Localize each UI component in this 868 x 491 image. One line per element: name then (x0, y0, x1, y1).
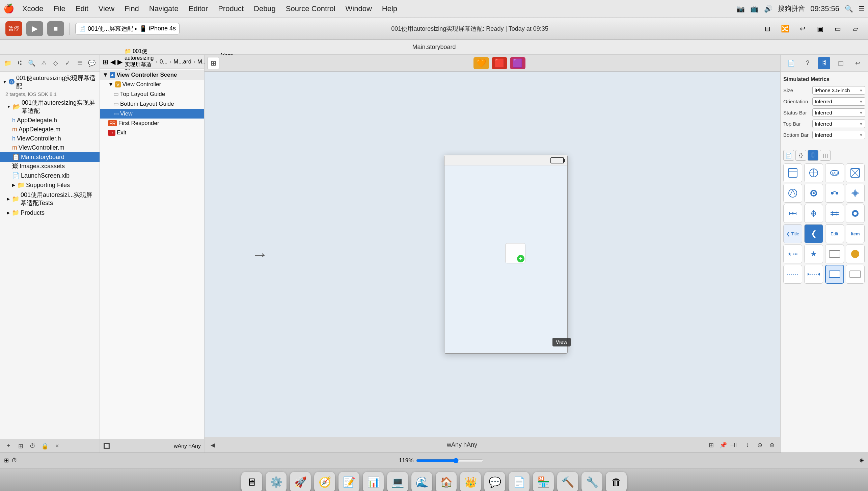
apple-menu[interactable]: 🍎 (3, 3, 14, 14)
menu-window[interactable]: Window (341, 3, 377, 15)
scene-vc-item[interactable]: ▼ V View Controller (100, 80, 204, 89)
editor-layout-button[interactable]: ⊟ (760, 23, 775, 35)
dock-appstore[interactable]: 🏪 (533, 472, 554, 491)
scene-nav-back[interactable]: ◀ (110, 58, 115, 66)
canvas-icon-1[interactable]: 🧡 (473, 57, 489, 69)
status-icon-1[interactable]: ⊞ (4, 457, 9, 464)
nav-item-viewcontrollerm[interactable]: m ViewController.m (0, 143, 100, 152)
nav-item-products[interactable]: ▶ 📁 Products (0, 208, 100, 217)
dock-filezilla[interactable]: 🏠 (436, 472, 457, 491)
search-icon[interactable]: 🔍 (845, 5, 853, 13)
dock-systemprefs[interactable]: ⚙️ (266, 472, 287, 491)
inspector-toggle[interactable]: ▱ (848, 23, 863, 35)
storyboard-canvas[interactable]: → + View (205, 72, 780, 437)
nav-debug-icon[interactable]: ☰ (75, 58, 85, 68)
obj-tab-1[interactable]: 📄 (783, 150, 794, 161)
dock-notes[interactable]: 📝 (338, 472, 359, 491)
back-forward-button[interactable]: ↩ (795, 23, 810, 35)
orientation-select[interactable]: Inferred ▼ (812, 97, 865, 106)
topbar-select[interactable]: Inferred ▼ (812, 120, 865, 128)
size-select[interactable]: iPhone 3.5-inch ▼ (812, 86, 865, 95)
dock-finder[interactable]: 🖥 (241, 472, 262, 491)
menu-debug[interactable]: Debug (249, 3, 280, 15)
nav-warning-icon[interactable]: ⚠ (39, 58, 49, 68)
run-button[interactable]: ▶ (26, 21, 43, 36)
menu-file[interactable]: File (49, 3, 70, 15)
menu-product[interactable]: Product (213, 3, 248, 15)
dock-launchpad[interactable]: 🚀 (290, 472, 311, 491)
version-editor-button[interactable]: 🔀 (778, 23, 792, 35)
palette-item-3[interactable]: TAB (825, 163, 844, 182)
palette-item-6[interactable] (804, 184, 823, 203)
nav-diamond-icon[interactable]: ◇ (51, 58, 61, 68)
canvas-icon-2[interactable]: 🟥 (492, 57, 507, 69)
menu-view[interactable]: View (94, 3, 119, 15)
nav-item-appdelegateh[interactable]: h AppDelegate.h (0, 116, 100, 125)
nav-item-tests[interactable]: ▶ 📁 001使用autoresizi...实现屏幕适配Tests (0, 190, 100, 208)
bottombar-select[interactable]: Inferred ▼ (812, 131, 865, 139)
nav-item-supporting[interactable]: ▶ 📁 Supporting Files (0, 180, 100, 190)
nav-add-button[interactable]: + (3, 441, 13, 451)
canvas-zoom-out[interactable]: ⊖ (755, 440, 765, 450)
dock-xcode[interactable]: 🔨 (557, 472, 578, 491)
obj-tab-3[interactable]: 🎛 (808, 150, 818, 161)
status-icon-3[interactable]: □ (20, 457, 23, 464)
canvas-zoom-in[interactable]: ⊕ (767, 440, 777, 450)
palette-item-2[interactable] (804, 163, 823, 182)
nav-breakpoint-icon[interactable]: 💬 (87, 58, 97, 68)
scene-breadcrumb-m[interactable]: M...ard (173, 58, 191, 65)
palette-item-yellow-circle[interactable] (846, 244, 865, 263)
menu-source-control[interactable]: Source Control (281, 3, 340, 15)
stop-button[interactable]: 暂停 (5, 21, 22, 36)
nav-history-button[interactable]: ⏱ (28, 441, 38, 451)
palette-item-10[interactable] (804, 204, 823, 223)
dock-terminal[interactable]: 💻 (387, 472, 408, 491)
nav-item-viewcontrollerh[interactable]: h ViewController.h (0, 134, 100, 143)
airplay-icon[interactable]: 📺 (750, 5, 759, 13)
constraints-button[interactable]: ⊞ (706, 440, 716, 450)
palette-item-11[interactable] (825, 204, 844, 223)
scene-nav-forward[interactable]: ▶ (117, 58, 123, 66)
palette-item-star-more[interactable]: ★ ••• (783, 244, 802, 263)
scene-bottom-filter[interactable]: 🔲 (103, 443, 110, 449)
menu-find[interactable]: Find (120, 3, 144, 15)
inspector-tab-file[interactable]: 📄 (785, 57, 797, 69)
scene-nav-grid[interactable]: ⊞ (103, 58, 108, 66)
nav-close-button[interactable]: × (52, 441, 62, 451)
resolve-button[interactable]: ↕ (742, 440, 753, 450)
palette-item-star[interactable]: ★ (804, 244, 823, 263)
scene-exit[interactable]: → Exit (100, 128, 204, 137)
dock-word[interactable]: 📄 (509, 472, 530, 491)
scene-firstresponder[interactable]: FR First Responder (100, 119, 204, 128)
dock-trash[interactable]: 🗑 (606, 472, 627, 491)
drag-item[interactable]: + (505, 243, 525, 263)
palette-item-rect-gray[interactable] (846, 265, 865, 284)
scene-vcs-header[interactable]: ▼ ● View Controller Scene (100, 70, 204, 80)
zoom-slider[interactable] (416, 458, 484, 463)
palette-item-rect[interactable] (825, 244, 844, 263)
palette-item-7[interactable] (825, 184, 844, 203)
dock-onenote[interactable]: 📊 (363, 472, 384, 491)
palette-item-12[interactable] (846, 204, 865, 223)
dock-cyberduck[interactable]: 🌊 (411, 472, 432, 491)
align-button[interactable]: ⊣⊢ (730, 440, 740, 450)
canvas-icon-3[interactable]: 🟪 (510, 57, 525, 69)
nav-group-main[interactable]: ▼ 📂 001使用autoresizing实现屏幕适配 (0, 98, 100, 116)
statusbar-select[interactable]: Inferred ▼ (812, 108, 865, 117)
menu-edit[interactable]: Edit (71, 3, 93, 15)
palette-item-5[interactable] (783, 184, 802, 203)
palette-item-8[interactable] (846, 184, 865, 203)
canvas-back-button[interactable]: ◀ (208, 440, 218, 450)
control-center-icon[interactable]: ☰ (859, 5, 865, 13)
dock-safari[interactable]: 🧭 (314, 472, 335, 491)
nav-lock-button[interactable]: 🔒 (40, 441, 50, 451)
palette-item-9[interactable] (783, 204, 802, 223)
palette-item-back[interactable]: ❮ (804, 224, 823, 243)
phone-content[interactable]: + View (444, 165, 567, 353)
status-icon-2[interactable]: ⏱ (11, 457, 17, 464)
nav-item-xcassets[interactable]: 🖼 Images.xcassets (0, 162, 100, 171)
nav-test-icon[interactable]: ✓ (63, 58, 73, 68)
nav-search-icon[interactable]: 🔍 (27, 58, 37, 68)
inspector-tab-connections[interactable]: ↩ (851, 57, 864, 69)
palette-item-dotted-1[interactable] (783, 265, 802, 284)
